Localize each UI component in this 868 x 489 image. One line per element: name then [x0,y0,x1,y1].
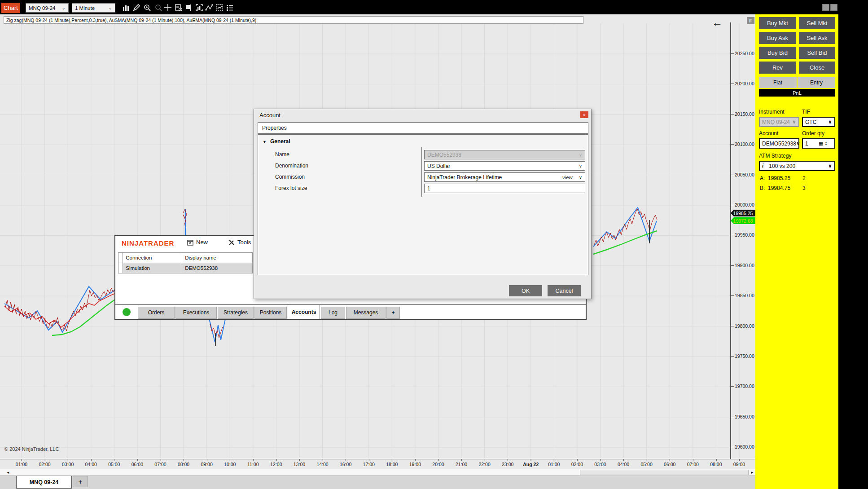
chevron-down-icon: ∨ [796,141,800,146]
horizontal-scrollbar[interactable]: ◄ ► [0,469,755,476]
time-tick-label: 14:00 [316,462,328,467]
tools-icon [228,239,235,246]
property-row-name: NameDEMO552938∨ [258,150,589,159]
view-link[interactable]: view [562,175,579,180]
info-icon: i [762,163,763,169]
menu-tools-label: Tools [237,239,251,246]
data-box-icon[interactable] [175,4,183,12]
time-tick-label: 19:00 [409,462,421,467]
panel-toggle-button[interactable] [822,4,829,11]
time-tick-label: 09:00 [733,462,745,467]
chart-style-icon[interactable] [122,4,130,12]
cc-tab-log[interactable]: Log [321,307,345,319]
time-tick-label: 08:00 [710,462,722,467]
column-header[interactable]: Display name [182,253,253,263]
atm-strategy-select[interactable]: i 100 vs 200 ∨ [759,161,835,171]
zoom-in-icon[interactable] [143,4,151,12]
table-row[interactable]: SimulationDEMO552938 [118,263,253,273]
cc-tab-orders[interactable]: Orders [138,307,175,319]
depth-row-B: B:19984.753 [760,185,835,191]
order-button-sell-mkt[interactable]: Sell Mkt [799,17,835,29]
column-header[interactable]: Connection [123,253,182,263]
general-section-header[interactable]: ▼General [263,138,290,145]
cancel-button[interactable]: Cancel [548,285,581,296]
add-chart-tab-button[interactable]: + [73,476,88,487]
panel-toggle-button-2[interactable] [830,4,837,11]
flat-button[interactable]: Flat [759,77,797,88]
scroll-left-icon[interactable]: ◄ [6,471,10,475]
back-arrow-icon[interactable]: ← [712,17,723,28]
time-tick-label: 05:00 [108,462,120,467]
spinner-arrows-icon[interactable]: ▲▼ [824,141,827,146]
indicator-label-bar[interactable]: Zig zag(MNQ 09-24 (1 Minute),Percent,0.3… [4,16,583,24]
order-button-rev[interactable]: Rev [759,62,796,74]
order-button-sell-ask[interactable]: Sell Ask [799,32,835,44]
chevron-down-icon: ∨ [579,163,582,168]
cc-tab-messages[interactable]: Messages [346,307,386,319]
price-tick-label: 19600.00 [735,444,754,449]
f-button[interactable]: F [747,17,754,24]
menu-new[interactable]: New [187,239,208,246]
account-value: DEMO552938 [762,141,796,147]
price-tick-label: 20000.00 [735,202,754,207]
alert-icon[interactable] [185,4,193,12]
time-tick-label: 06:00 [664,462,675,467]
property-field-forex-lot-size[interactable] [424,184,585,193]
zoom-out-icon[interactable] [154,4,162,12]
account-select[interactable]: DEMO552938 ∨ [759,138,799,149]
time-tick-label: 22:00 [478,462,490,467]
cc-tab-[interactable]: + [386,307,400,319]
order-button-sell-bid[interactable]: Sell Bid [799,47,835,59]
scrollbar-thumb[interactable] [580,470,749,475]
price-tick-label: 19900.00 [735,263,754,268]
draw-icon[interactable] [132,4,140,12]
calculator-icon[interactable]: ▦ [819,141,823,146]
tif-value: GTC [805,119,816,125]
panel-instrument-select: MNQ 09-24 ∨ [759,117,799,127]
time-tick-label: 23:00 [502,462,513,467]
property-input[interactable] [427,185,582,192]
order-button-buy-bid[interactable]: Buy Bid [759,47,796,59]
menu-tools[interactable]: Tools [228,239,251,246]
scroll-right-icon[interactable]: ► [750,471,754,475]
order-qty-stepper[interactable]: ▦ ▲▼ [802,138,835,149]
ninjatrader-app: Chart MNQ 09-24 ⌄ 1 Minute ⌄ – □ × Zig z… [0,0,868,489]
crosshair-icon[interactable] [164,4,172,12]
chart-tab-strip: MNQ 09-24 + [0,476,755,489]
entry-button[interactable]: Entry [798,77,835,88]
order-button-close[interactable]: Close [799,62,835,74]
chevron-down-icon: ∨ [579,175,582,180]
cc-tab-accounts[interactable]: Accounts [288,305,320,319]
time-axis[interactable]: 01:0002:0003:0004:0005:0006:0007:0008:00… [0,459,755,469]
chevron-down-icon: ⌄ [109,5,112,10]
ok-button[interactable]: OK [509,285,542,296]
tif-select[interactable]: GTC ∨ [802,117,835,127]
cc-tab-strategies[interactable]: Strategies [218,307,254,319]
time-tick-label: 03:00 [62,462,74,467]
new-window-icon [187,239,193,246]
order-qty-input[interactable] [805,141,819,147]
price-tick-label: 20100.00 [735,141,754,147]
drawing-tools-icon[interactable] [205,4,213,12]
properties-icon[interactable] [226,4,234,12]
menu-new-label: New [196,239,208,246]
pnl-display: PnL [759,89,835,97]
cc-tab-executions[interactable]: Executions [175,307,217,319]
order-button-buy-ask[interactable]: Buy Ask [759,32,796,44]
chart-trader-icon[interactable] [195,4,203,12]
strategy-icon[interactable] [215,4,224,12]
property-field-commission[interactable]: NinjaTrader Brokerage Lifetimeview∨ [424,172,585,182]
time-tick-label: 18:00 [386,462,398,467]
series-candles-left [5,288,117,331]
property-field-denomination[interactable]: US Dollar∨ [424,161,585,171]
order-button-buy-mkt[interactable]: Buy Mkt [759,17,796,29]
property-label: Forex lot size [275,185,307,191]
interval-select[interactable]: 1 Minute ⌄ [72,3,115,13]
depth-row-A: A:19985.252 [760,175,835,181]
dialog-close-button[interactable]: × [580,111,588,118]
time-tick-label: 06:00 [132,462,143,467]
chart-window-tab[interactable]: Chart [1,3,20,13]
cc-tab-positions[interactable]: Positions [254,307,287,319]
instrument-select[interactable]: MNQ 09-24 ⌄ [26,3,69,13]
tab-mnq-09-24[interactable]: MNQ 09-24 [16,476,72,489]
